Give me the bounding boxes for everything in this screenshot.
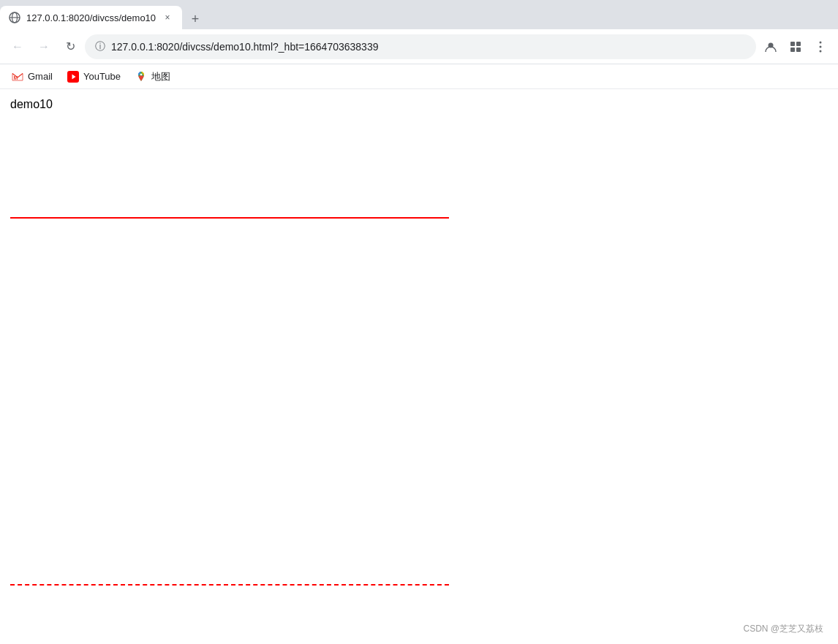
svg-text:M: M [14, 75, 18, 80]
bookmark-maps-label: 地图 [151, 70, 170, 83]
red-dashed-border-line [10, 584, 449, 586]
nav-bar: ← → ↻ ⓘ 127.0.0.1:8020/divcss/demo10.htm… [0, 29, 838, 64]
profile-button[interactable] [759, 35, 782, 58]
bookmark-maps[interactable]: 地图 [129, 67, 176, 86]
bookmark-youtube[interactable]: YouTube [61, 68, 127, 86]
svg-point-8 [820, 41, 822, 43]
back-button[interactable]: ← [6, 35, 29, 58]
address-bar[interactable]: ⓘ 127.0.0.1:8020/divcss/demo10.html?_hbt… [85, 34, 756, 59]
bookmark-gmail-label: Gmail [28, 71, 53, 82]
extensions-icon [789, 40, 802, 53]
bookmark-youtube-label: YouTube [83, 71, 121, 82]
reload-button[interactable]: ↻ [58, 35, 82, 58]
tab-bar: 127.0.0.1:8020/divcss/demo10 × + [0, 0, 838, 29]
active-tab[interactable]: 127.0.0.1:8020/divcss/demo10 × [0, 6, 182, 29]
tab-favicon-icon [9, 12, 20, 23]
bookmarks-bar: M Gmail YouTube 地图 [0, 64, 838, 89]
tab-title: 127.0.0.1:8020/divcss/demo10 [26, 12, 156, 23]
nav-right-buttons [759, 35, 832, 58]
youtube-icon [67, 71, 79, 83]
red-solid-border-line [10, 217, 449, 219]
demo-content-area: demo10 [0, 89, 838, 126]
address-text: 127.0.0.1:8020/divcss/demo10.html?_hbt=1… [111, 41, 746, 53]
svg-rect-6 [790, 48, 795, 52]
extensions-button[interactable] [784, 35, 807, 58]
browser-chrome: 127.0.0.1:8020/divcss/demo10 × + ← → ↻ ⓘ… [0, 0, 838, 89]
svg-rect-5 [796, 42, 801, 46]
svg-point-10 [820, 50, 822, 52]
tab-close-button[interactable]: × [162, 12, 173, 23]
forward-button[interactable]: → [32, 35, 56, 58]
account-icon [764, 40, 777, 53]
page-heading: demo10 [10, 98, 828, 111]
svg-rect-7 [796, 48, 801, 52]
svg-rect-4 [790, 42, 795, 46]
maps-icon [135, 71, 147, 83]
svg-point-9 [820, 45, 822, 48]
more-options-icon [814, 40, 827, 53]
info-icon: ⓘ [95, 40, 105, 53]
page-content: demo10 CSDN @芝芝又荔枝 [0, 89, 838, 644]
svg-point-15 [140, 73, 143, 75]
new-tab-button[interactable]: + [185, 9, 205, 29]
gmail-icon: M [12, 71, 23, 83]
bookmark-gmail[interactable]: M Gmail [6, 68, 58, 86]
menu-button[interactable] [809, 35, 832, 58]
csdn-watermark: CSDN @芝芝又荔枝 [743, 623, 823, 635]
